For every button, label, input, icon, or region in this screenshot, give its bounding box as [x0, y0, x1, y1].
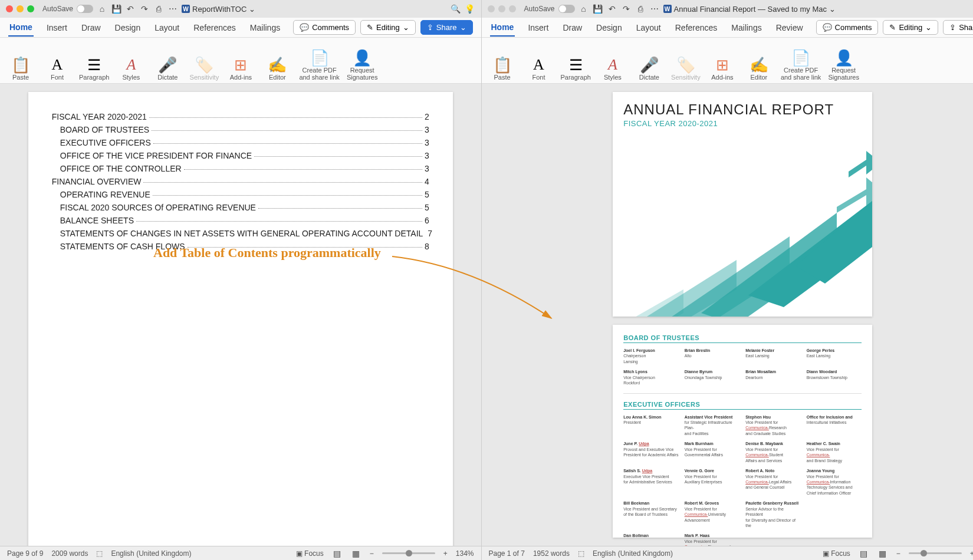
styles-group[interactable]: AStyles: [598, 41, 627, 81]
share-button[interactable]: ⇪ Share ⌄: [943, 20, 973, 35]
tab-review[interactable]: Review: [775, 19, 804, 36]
tab-mailings[interactable]: Mailings: [249, 19, 281, 36]
tab-references[interactable]: References: [192, 19, 237, 36]
paragraph-group[interactable]: ☰Paragraph: [79, 41, 109, 81]
zoom-slider[interactable]: [909, 552, 962, 554]
save-icon[interactable]: 💾: [111, 4, 121, 14]
create-pdf-button[interactable]: 📄Create PDF and share link: [781, 41, 821, 81]
tab-insert[interactable]: Insert: [527, 19, 550, 36]
document-title[interactable]: WReportWithTOC⌄: [182, 5, 255, 14]
spellcheck-icon[interactable]: ⬚: [578, 549, 584, 558]
more-icon[interactable]: ⋯: [167, 4, 178, 14]
toc-entry[interactable]: EXECUTIVE OFFICERS3: [52, 138, 429, 147]
toc-entry[interactable]: OFFICE OF THE VICE PRESIDENT FOR FINANCE…: [52, 151, 429, 160]
tab-design[interactable]: Design: [595, 19, 623, 36]
tab-home[interactable]: Home: [8, 19, 34, 37]
toc-entry[interactable]: BALANCE SHEETS6: [52, 216, 429, 225]
maximize-icon[interactable]: [509, 5, 516, 12]
styles-group[interactable]: AStyles: [116, 41, 146, 81]
view-print-icon[interactable]: ▤: [332, 548, 343, 559]
cover-subtitle: FISCAL YEAR 2020-2021: [623, 119, 862, 128]
home-icon[interactable]: ⌂: [578, 4, 589, 14]
redo-icon[interactable]: ↷: [139, 4, 150, 14]
paste-button[interactable]: 📋Paste: [6, 41, 35, 81]
officer-cell: Robert M. GrovesVice President for Commu…: [685, 500, 740, 528]
editor-button[interactable]: ✍️Editor: [262, 41, 292, 81]
font-group[interactable]: AFont: [42, 41, 72, 81]
view-print-icon[interactable]: ▤: [859, 548, 869, 559]
print-icon[interactable]: ⎙: [153, 4, 164, 14]
dictate-button[interactable]: 🎤Dictate: [153, 41, 182, 81]
paragraph-group[interactable]: ☰Paragraph: [561, 41, 591, 81]
tab-layout[interactable]: Layout: [635, 19, 662, 36]
zoom-out-button[interactable]: −: [370, 549, 374, 558]
create-pdf-button[interactable]: 📄Create PDF and share link: [299, 41, 340, 81]
maximize-icon[interactable]: [27, 5, 34, 12]
document-title[interactable]: WAnnual Financial Report — Saved to my M…: [663, 5, 836, 14]
save-icon[interactable]: 💾: [593, 4, 603, 14]
trustee-cell: Dianne ByrumOnondaga Township: [685, 369, 740, 386]
zoom-out-button[interactable]: −: [896, 549, 900, 558]
autosave-label: AutoSave: [42, 5, 73, 13]
request-sign-button[interactable]: 👤Request Signatures: [347, 41, 378, 81]
paste-button[interactable]: 📋Paste: [488, 41, 517, 81]
tab-home[interactable]: Home: [490, 19, 515, 37]
toc-entry[interactable]: OPERATING REVENUE5: [52, 190, 429, 199]
language-indicator[interactable]: English (United Kingdom): [111, 549, 191, 558]
autosave-toggle[interactable]: [77, 5, 93, 13]
toc-entry[interactable]: FINANCIAL OVERVIEW4: [52, 177, 429, 186]
home-icon[interactable]: ⌂: [97, 4, 107, 14]
view-web-icon[interactable]: ▦: [877, 548, 888, 559]
toc-entry[interactable]: STATEMENTS OF CHANGES IN NET ASSETS WITH…: [52, 229, 429, 238]
request-sign-button[interactable]: 👤Request Signatures: [828, 41, 859, 81]
zoom-slider[interactable]: [382, 552, 435, 554]
print-icon[interactable]: ⎙: [635, 4, 646, 14]
zoom-in-button[interactable]: +: [443, 549, 448, 558]
toc-entry[interactable]: BOARD OF TRUSTEES3: [52, 125, 429, 134]
tab-layout[interactable]: Layout: [153, 19, 180, 36]
dictate-button[interactable]: 🎤Dictate: [635, 41, 664, 81]
zoom-level[interactable]: 134%: [456, 549, 474, 558]
page-indicator[interactable]: Page 9 of 9: [7, 549, 43, 558]
view-web-icon[interactable]: ▦: [351, 548, 361, 559]
toc-entry[interactable]: FISCAL 2020 SOURCES Of OPERATING REVENUE…: [52, 203, 429, 212]
minimize-icon[interactable]: [498, 5, 505, 12]
editing-button[interactable]: ✎ Editing ⌄: [360, 20, 416, 35]
lightbulb-icon[interactable]: 💡: [465, 4, 475, 14]
comments-button[interactable]: 💬 Comments: [816, 20, 879, 35]
addins-button[interactable]: ⊞Add-ins: [708, 41, 737, 81]
tab-insert[interactable]: Insert: [45, 19, 68, 36]
zoom-in-button[interactable]: +: [970, 549, 973, 558]
close-icon[interactable]: [6, 5, 13, 12]
officer-cell: Joanna YoungVice President for Communica…: [807, 468, 862, 496]
page-indicator[interactable]: Page 1 of 7: [489, 549, 525, 558]
undo-icon[interactable]: ↶: [607, 4, 617, 14]
word-count[interactable]: 2009 words: [51, 549, 88, 558]
focus-mode-button[interactable]: ▣ Focus: [823, 549, 850, 558]
word-count[interactable]: 1952 words: [533, 549, 570, 558]
minimize-icon[interactable]: [17, 5, 24, 12]
trustee-cell: Diann WoodardBrownstown Township: [807, 369, 862, 386]
autosave-toggle[interactable]: [558, 5, 575, 13]
font-group[interactable]: AFont: [524, 41, 554, 81]
toc-entry[interactable]: FISCAL YEAR 2020-20212: [52, 112, 429, 121]
addins-button[interactable]: ⊞Add-ins: [226, 41, 255, 81]
focus-mode-button[interactable]: ▣ Focus: [296, 549, 324, 558]
undo-icon[interactable]: ↶: [125, 4, 136, 14]
tab-mailings[interactable]: Mailings: [730, 19, 762, 36]
share-button[interactable]: ⇪ Share ⌄: [420, 20, 473, 35]
spellcheck-icon[interactable]: ⬚: [96, 549, 103, 558]
toc-entry[interactable]: OFFICE OF THE CONTROLLER3: [52, 164, 429, 173]
language-indicator[interactable]: English (United Kingdom): [593, 549, 673, 558]
editor-button[interactable]: ✍️Editor: [744, 41, 774, 81]
editing-button[interactable]: ✎ Editing ⌄: [883, 20, 938, 35]
search-icon[interactable]: 🔍: [451, 4, 461, 14]
tab-draw[interactable]: Draw: [80, 19, 102, 36]
more-icon[interactable]: ⋯: [649, 4, 660, 14]
tab-references[interactable]: References: [674, 19, 719, 36]
redo-icon[interactable]: ↷: [621, 4, 632, 14]
tab-design[interactable]: Design: [114, 19, 142, 36]
comments-button[interactable]: 💬 Comments: [293, 20, 356, 35]
close-icon[interactable]: [488, 5, 495, 12]
tab-draw[interactable]: Draw: [561, 19, 583, 36]
